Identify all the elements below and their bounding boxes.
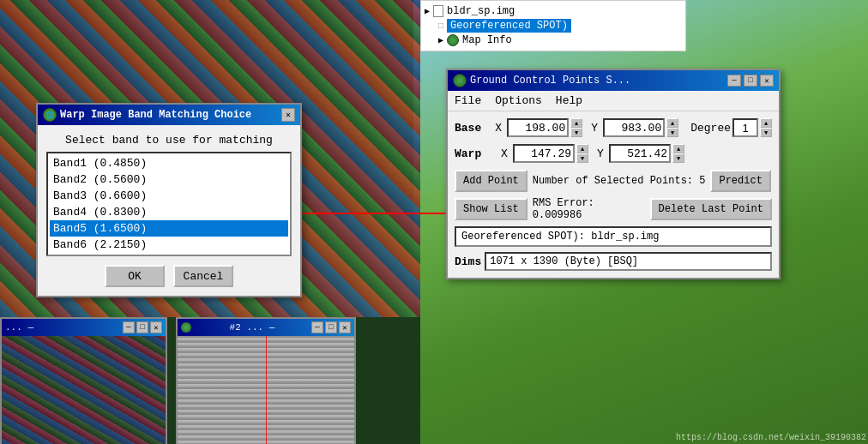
watermark: https://blog.csdn.net/weixin_39190382 xyxy=(676,433,866,442)
tree-item-georef: □ Georeferenced SPOT) xyxy=(438,18,682,33)
thumb2-maximize[interactable]: □ xyxy=(325,321,337,333)
band-item-6[interactable]: Band6 (2.2150) xyxy=(50,237,288,253)
menu-help[interactable]: Help xyxy=(554,93,584,109)
warp-x-label: X xyxy=(501,147,511,160)
dims-row: Dims xyxy=(455,252,772,271)
warp-x-input[interactable] xyxy=(513,144,575,163)
base-y-group: Y ▲ ▼ xyxy=(591,118,678,137)
warp-x-spinner[interactable]: ▲ ▼ xyxy=(576,144,588,163)
action-row-1: Add Point Number of Selected Points: 5 P… xyxy=(455,170,772,192)
warp-y-spin-down[interactable]: ▼ xyxy=(672,153,684,163)
warp-coord-row: Warp X ▲ ▼ Y ▲ ▼ xyxy=(455,144,772,163)
add-point-button[interactable]: Add Point xyxy=(455,170,527,192)
band-item-3[interactable]: Band3 (0.6600) xyxy=(50,188,288,204)
tree-map-info: Map Info xyxy=(462,34,512,46)
warp-dialog-title: Warp Image Band Matching Choice xyxy=(60,109,281,121)
tree-item-mapinfo: ▶ Map Info xyxy=(438,33,682,47)
gcp-body: Base X ▲ ▼ Y ▲ ▼ Degree xyxy=(448,111,779,278)
warp-dialog-close[interactable]: ✕ xyxy=(281,108,295,122)
gcp-icon xyxy=(453,74,467,87)
dialog-button-row: OK Cancel xyxy=(46,265,292,287)
action-row-2: Show List RMS Error: 0.009986 Delete Las… xyxy=(455,197,772,221)
warp-dialog: 🌐 Warp Image Band Matching Choice ✕ Sele… xyxy=(36,103,302,297)
thumbnail-window-1: ... — — □ ✕ xyxy=(0,317,167,444)
base-x-spin-down[interactable]: ▼ xyxy=(570,128,582,137)
tree-item-file: ▶ bldr_sp.img xyxy=(425,4,682,18)
ok-button[interactable]: OK xyxy=(105,265,165,287)
base-y-spinner[interactable]: ▲ ▼ xyxy=(666,118,678,137)
base-y-label: Y xyxy=(591,122,601,135)
gcp-close-btn[interactable]: ✕ xyxy=(760,75,774,87)
selected-points-label: Number of Selected Points: 5 xyxy=(533,175,706,187)
thumb2-title: #2 ... — xyxy=(230,322,275,333)
warp-dialog-titlebar: 🌐 Warp Image Band Matching Choice ✕ xyxy=(38,105,300,125)
band-item-5[interactable]: Band5 (1.6500) xyxy=(50,220,288,237)
degree-spinner[interactable]: ▲ ▼ xyxy=(760,118,772,137)
warp-dialog-icon: 🌐 xyxy=(43,108,57,122)
warp-x-spin-up[interactable]: ▲ xyxy=(576,144,588,153)
status-text: Georeferenced SPOT): bldr_sp.img xyxy=(455,226,772,247)
cancel-button[interactable]: Cancel xyxy=(173,265,233,287)
thumb1-titlebar: ... — — □ ✕ xyxy=(2,319,166,336)
predict-button[interactable]: Predict xyxy=(710,170,770,192)
warp-dialog-body: Select band to use for matching Band1 (0… xyxy=(38,125,300,296)
tree-file-name: bldr_sp.img xyxy=(447,5,515,17)
base-x-label: X xyxy=(495,122,505,135)
base-x-spinner[interactable]: ▲ ▼ xyxy=(570,118,582,137)
gcp-menubar: File Options Help xyxy=(448,91,779,111)
degree-spin-down[interactable]: ▼ xyxy=(760,128,772,137)
thumb2-close[interactable]: ✕ xyxy=(339,321,351,333)
base-label: Base xyxy=(455,122,491,135)
band-item-2[interactable]: Band2 (0.5600) xyxy=(50,171,288,188)
dims-input[interactable] xyxy=(485,252,772,271)
degree-input[interactable] xyxy=(732,118,758,137)
thumb2-minimize[interactable]: — xyxy=(311,321,323,333)
warp-y-input[interactable] xyxy=(609,144,671,163)
band-item-1[interactable]: Band1 (0.4850) xyxy=(50,155,288,171)
warp-y-spinner[interactable]: ▲ ▼ xyxy=(672,144,684,163)
base-y-spin-down[interactable]: ▼ xyxy=(666,128,678,137)
degree-label: Degree xyxy=(690,122,731,135)
gcp-titlebar: Ground Control Points S... — □ ✕ xyxy=(448,70,779,91)
bottom-bar: ... — — □ ✕ #2 ... — — □ ✕ xyxy=(0,317,420,444)
menu-options[interactable]: Options xyxy=(493,93,544,109)
delete-last-button[interactable]: Delete Last Point xyxy=(650,198,772,220)
base-y-input[interactable] xyxy=(603,118,665,137)
tree-view-panel: ▶ bldr_sp.img □ Georeferenced SPOT) ▶ Ma… xyxy=(420,0,686,51)
thumb1-minimize[interactable]: — xyxy=(123,321,135,333)
band-list[interactable]: Band1 (0.4850) Band2 (0.5600) Band3 (0.6… xyxy=(46,152,292,256)
gcp-titlebar-controls: — □ ✕ xyxy=(727,75,774,87)
gcp-minimize-btn[interactable]: — xyxy=(727,75,741,87)
gcp-maximize-btn[interactable]: □ xyxy=(744,75,757,87)
base-y-spin-up[interactable]: ▲ xyxy=(666,118,678,128)
warp-label: Warp xyxy=(455,147,497,160)
rms-error-label: RMS Error: 0.009986 xyxy=(533,197,645,221)
base-coord-row: Base X ▲ ▼ Y ▲ ▼ Degree xyxy=(455,118,772,137)
degree-spin-up[interactable]: ▲ xyxy=(760,118,772,128)
gcp-title: Ground Control Points S... xyxy=(470,75,727,87)
thumb2-titlebar: #2 ... — — □ ✕ xyxy=(178,319,354,336)
thumb1-maximize[interactable]: □ xyxy=(136,321,148,333)
thumb1-controls: — □ ✕ xyxy=(123,321,162,333)
warp-y-label: Y xyxy=(597,147,607,160)
thumb1-content xyxy=(2,336,166,444)
menu-file[interactable]: File xyxy=(453,93,483,109)
warp-y-spin-up[interactable]: ▲ xyxy=(672,144,684,153)
band-selection-subtitle: Select band to use for matching xyxy=(46,134,292,147)
thumb1-title: ... — xyxy=(5,322,33,333)
thumb2-controls: — □ ✕ xyxy=(311,321,351,333)
warp-x-spin-down[interactable]: ▼ xyxy=(576,153,588,163)
warp-y-group: Y ▲ ▼ xyxy=(597,144,684,163)
base-x-spin-up[interactable]: ▲ xyxy=(570,118,582,128)
thumb2-icon xyxy=(181,322,191,333)
degree-group: Degree ▲ ▼ xyxy=(690,118,772,137)
thumb2-content xyxy=(178,336,354,444)
file-icon xyxy=(433,5,443,17)
gcp-window: Ground Control Points S... — □ ✕ File Op… xyxy=(446,69,781,279)
tree-highlighted-item: Georeferenced SPOT) xyxy=(447,19,571,33)
show-list-button[interactable]: Show List xyxy=(455,198,527,220)
thumb1-close[interactable]: ✕ xyxy=(150,321,162,333)
band-item-4[interactable]: Band4 (0.8300) xyxy=(50,204,288,220)
base-x-input[interactable] xyxy=(507,118,569,137)
dims-label: Dims xyxy=(455,255,481,268)
